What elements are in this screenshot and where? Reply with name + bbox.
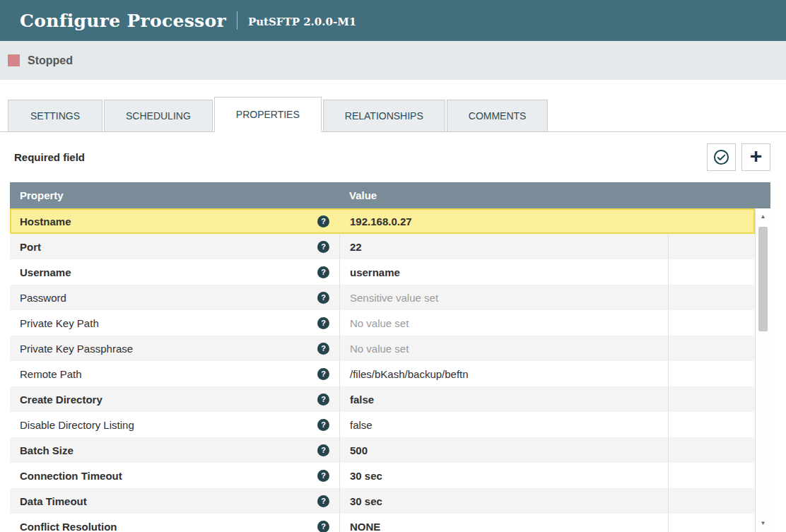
properties-toolbar: Required field +: [0, 132, 786, 182]
property-name-cell: Password ?: [10, 285, 339, 310]
property-name-cell: Batch Size ?: [10, 437, 339, 463]
property-name-cell: Create Directory ?: [10, 386, 339, 412]
property-name-cell: Private Key Path ?: [10, 310, 339, 336]
property-value-cell[interactable]: No value set: [339, 310, 668, 336]
tab-scheduling[interactable]: SCHEDULING: [104, 100, 213, 132]
property-value: /files/bKash/backup/beftn: [350, 368, 469, 380]
tab-label: COMMENTS: [469, 110, 527, 122]
property-value-cell[interactable]: Sensitive value set: [339, 285, 668, 310]
property-value-cell[interactable]: 30 sec: [339, 488, 668, 514]
property-name: Connection Timeout: [20, 470, 122, 482]
help-icon[interactable]: ?: [317, 394, 329, 406]
property-value-cell[interactable]: false: [339, 412, 668, 437]
property-value: 30 sec: [350, 470, 382, 482]
row-extra-cell: [668, 234, 755, 259]
verify-properties-button[interactable]: [707, 143, 736, 171]
scroll-down-icon[interactable]: ▼: [756, 519, 770, 528]
property-value-cell[interactable]: username: [339, 259, 668, 285]
status-bar: Stopped: [0, 41, 786, 80]
help-icon[interactable]: ?: [317, 292, 329, 304]
help-icon[interactable]: ?: [317, 266, 329, 278]
column-header-property: Property: [10, 189, 339, 201]
property-name-cell: Private Key Passphrase ?: [10, 336, 339, 361]
property-row: Data Timeout ? 30 sec: [10, 488, 755, 514]
property-value: 22: [350, 241, 362, 253]
property-value-cell[interactable]: No value set: [339, 336, 668, 361]
property-row: Disable Directory Listing ? false: [10, 412, 755, 437]
row-extra-cell: [668, 412, 755, 437]
property-name: Username: [20, 266, 71, 278]
table-scrollbar[interactable]: ▲ ▼: [755, 208, 770, 532]
property-row: Password ? Sensitive value set: [10, 285, 755, 310]
tab-relationships[interactable]: RELATIONSHIPS: [323, 100, 445, 132]
property-value: username: [350, 266, 400, 278]
property-value: false: [350, 419, 373, 431]
property-name-cell: Disable Directory Listing ?: [10, 412, 339, 437]
required-field-label: Required field: [14, 151, 85, 163]
property-name-cell: Connection Timeout ?: [10, 463, 339, 488]
help-icon[interactable]: ?: [317, 368, 329, 380]
tab-label: SETTINGS: [30, 110, 80, 122]
property-name-cell: Port ?: [10, 234, 339, 259]
row-extra-cell: [668, 463, 755, 488]
tab-properties[interactable]: PROPERTIES: [214, 97, 322, 132]
properties-table: Property Value Hostname ? 192.168.0.27 P…: [10, 182, 770, 532]
property-name-cell: Data Timeout ?: [10, 488, 339, 514]
property-row: Username ? username: [10, 259, 755, 285]
row-extra-cell: [668, 488, 755, 514]
tab-label: PROPERTIES: [236, 109, 300, 120]
help-icon[interactable]: ?: [317, 444, 329, 456]
tab-label: SCHEDULING: [126, 110, 191, 122]
row-extra-cell: [668, 361, 755, 386]
row-extra-cell: [668, 310, 755, 336]
help-icon[interactable]: ?: [317, 343, 329, 355]
row-extra-cell: [668, 336, 755, 361]
table-header-row: Property Value: [10, 182, 770, 208]
scroll-up-icon[interactable]: ▲: [756, 212, 770, 222]
property-value-cell[interactable]: false: [339, 386, 668, 412]
row-extra-cell: [668, 285, 755, 310]
help-icon[interactable]: ?: [317, 470, 329, 482]
status-label: Stopped: [28, 54, 73, 67]
help-icon[interactable]: ?: [317, 215, 329, 227]
tab-settings[interactable]: SETTINGS: [8, 100, 102, 132]
property-value: No value set: [350, 343, 409, 355]
property-value-cell[interactable]: 30 sec: [339, 463, 668, 488]
row-extra-cell: [668, 208, 755, 234]
column-header-value: Value: [339, 189, 377, 201]
stopped-status-icon: [8, 54, 20, 66]
help-icon[interactable]: ?: [317, 521, 329, 532]
property-name: Conflict Resolution: [20, 521, 117, 532]
property-value: NONE: [350, 521, 380, 532]
property-name: Remote Path: [20, 368, 82, 380]
scrollbar-thumb[interactable]: [758, 227, 768, 331]
property-name: Password: [20, 292, 66, 304]
property-row: Private Key Passphrase ? No value set: [10, 336, 755, 361]
property-row: Hostname ? 192.168.0.27: [10, 208, 755, 234]
row-extra-cell: [668, 386, 755, 412]
configure-processor-dialog: Configure Processor PutSFTP 2.0.0-M1 Sto…: [0, 0, 786, 532]
property-value-cell[interactable]: 500: [339, 437, 668, 463]
property-row: Conflict Resolution ? NONE: [10, 514, 755, 532]
add-property-button[interactable]: +: [741, 143, 770, 171]
row-extra-cell: [668, 514, 755, 532]
tab-comments[interactable]: COMMENTS: [447, 100, 549, 132]
property-value: Sensitive value set: [350, 292, 438, 304]
property-name-cell: Username ?: [10, 259, 339, 285]
help-icon[interactable]: ?: [317, 317, 329, 329]
property-name-cell: Hostname ?: [10, 208, 339, 234]
check-circle-icon: [713, 149, 729, 165]
property-value-cell[interactable]: 192.168.0.27: [339, 208, 668, 234]
property-value: No value set: [350, 317, 409, 329]
property-value: 192.168.0.27: [350, 215, 412, 227]
help-icon[interactable]: ?: [317, 419, 329, 431]
property-name-cell: Conflict Resolution ?: [10, 514, 339, 532]
property-value-cell[interactable]: NONE: [339, 514, 668, 532]
property-name: Private Key Passphrase: [20, 343, 133, 355]
property-value-cell[interactable]: 22: [339, 234, 668, 259]
help-icon[interactable]: ?: [317, 241, 329, 253]
table-body-wrap: Hostname ? 192.168.0.27 Port ? 22 Userna…: [10, 208, 770, 532]
property-value-cell[interactable]: /files/bKash/backup/beftn: [339, 361, 668, 386]
help-icon[interactable]: ?: [317, 495, 329, 507]
tab-label: RELATIONSHIPS: [345, 110, 423, 122]
